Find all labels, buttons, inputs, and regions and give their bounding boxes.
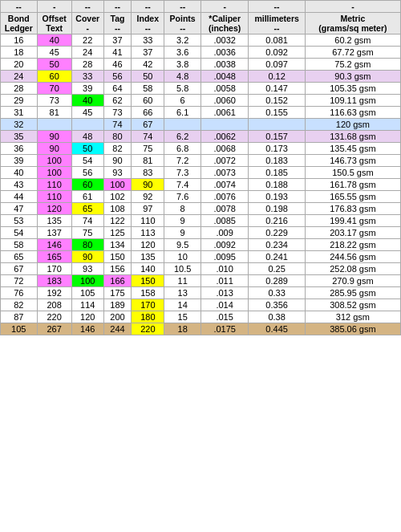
cell-points: 3.6 <box>164 47 200 59</box>
cell-metric: 120 gsm <box>305 119 400 131</box>
cell-mm: 0.081 <box>249 35 305 47</box>
col-subheader-points: Points-- <box>164 13 200 35</box>
cell-caliper <box>200 119 249 131</box>
cell-offset: 208 <box>37 299 71 311</box>
cell-metric: 385.06 gsm <box>305 323 400 335</box>
cell-mm: 0.152 <box>249 95 305 107</box>
cell-mm: 0.445 <box>249 323 305 335</box>
col-subheader-offset: OffsetText <box>37 13 71 35</box>
cell-index: 66 <box>132 107 164 119</box>
cell-caliper: .014 <box>200 299 249 311</box>
cell-mm: 0.173 <box>249 143 305 155</box>
cell-mm: 0.188 <box>249 179 305 191</box>
cell-metric: 67.72 gsm <box>305 47 400 59</box>
cell-points: 8 <box>164 203 200 215</box>
cell-cover: 65 <box>71 203 103 215</box>
cell-mm: 0.155 <box>249 107 305 119</box>
cell-offset: 183 <box>37 275 71 287</box>
cell-cover: 50 <box>71 143 103 155</box>
cell-points: 10 <box>164 251 200 263</box>
cell-mm: 0.193 <box>249 191 305 203</box>
cell-caliper: .0072 <box>200 155 249 167</box>
cell-offset: 120 <box>37 203 71 215</box>
cell-offset: 40 <box>37 35 71 47</box>
cell-bond: 40 <box>1 167 38 179</box>
cell-cover: 28 <box>71 59 103 71</box>
cell-mm: 0.234 <box>249 239 305 251</box>
cell-mm: 0.097 <box>249 59 305 71</box>
cell-offset: 81 <box>37 107 71 119</box>
cell-tag: 175 <box>103 287 132 299</box>
cell-cover: 114 <box>71 299 103 311</box>
col-subheader-bond: BondLedger <box>1 13 38 35</box>
cell-index: 97 <box>132 203 164 215</box>
cell-tag: 93 <box>103 167 132 179</box>
cell-tag: 244 <box>103 323 132 335</box>
cell-caliper: .0062 <box>200 131 249 143</box>
cell-cover: 24 <box>71 47 103 59</box>
cell-bond: 18 <box>1 47 38 59</box>
cell-tag: 166 <box>103 275 132 287</box>
cell-offset: 70 <box>37 83 71 95</box>
cell-index: 110 <box>132 215 164 227</box>
cell-points: 7.3 <box>164 167 200 179</box>
cell-bond: 53 <box>1 215 38 227</box>
cell-caliper: .0095 <box>200 251 249 263</box>
cell-caliper: .0175 <box>200 323 249 335</box>
cell-index: 140 <box>132 263 164 275</box>
cell-metric: 285.95 gsm <box>305 287 400 299</box>
cell-tag: 64 <box>103 83 132 95</box>
cell-tag: 134 <box>103 239 132 251</box>
cell-bond: 65 <box>1 251 38 263</box>
cell-metric: 312 gsm <box>305 311 400 323</box>
cell-metric: 308.52 gsm <box>305 299 400 311</box>
table-row: 20502846423.8.00380.09775.2 gsm <box>1 59 401 71</box>
cell-index: 58 <box>132 83 164 95</box>
col-header-metric: - <box>305 1 400 13</box>
cell-index: 92 <box>132 191 164 203</box>
cell-caliper: .0076 <box>200 191 249 203</box>
cell-mm: 0.183 <box>249 155 305 167</box>
cell-cover: 74 <box>71 215 103 227</box>
table-row: 327467120 gsm <box>1 119 401 131</box>
cell-points: 15 <box>164 311 200 323</box>
cell-bond: 87 <box>1 311 38 323</box>
cell-tag: 74 <box>103 119 132 131</box>
cell-mm: 0.185 <box>249 167 305 179</box>
cell-tag: 82 <box>103 143 132 155</box>
table-row: 10526714624422018.01750.445385.06 gsm <box>1 323 401 335</box>
cell-mm: 0.241 <box>249 251 305 263</box>
table-row: 401005693837.3.00730.185150.5 gsm <box>1 167 401 179</box>
cell-tag: 37 <box>103 35 132 47</box>
paper-weight-table: -- - -- -- -- -- - -- - BondLedger Offse… <box>0 0 401 335</box>
cell-metric: 150.5 gsm <box>305 167 400 179</box>
cell-metric: 90.3 gsm <box>305 71 400 83</box>
cell-points: 13 <box>164 287 200 299</box>
cell-cover: 105 <box>71 287 103 299</box>
cell-index: 120 <box>132 239 164 251</box>
cell-offset: 146 <box>37 239 71 251</box>
table-row: 53135741221109.00850.216199.41 gsm <box>1 215 401 227</box>
cell-cover: 61 <box>71 191 103 203</box>
cell-caliper: .010 <box>200 263 249 275</box>
cell-points: 3.8 <box>164 59 200 71</box>
cell-points: 6.1 <box>164 107 200 119</box>
cell-caliper: .009 <box>200 227 249 239</box>
cell-metric: 176.83 gsm <box>305 203 400 215</box>
cell-metric: 218.22 gsm <box>305 239 400 251</box>
col-header-mm: -- <box>249 1 305 13</box>
cell-tag: 156 <box>103 263 132 275</box>
cell-offset: 135 <box>37 215 71 227</box>
col-header-cover: -- <box>71 1 103 13</box>
cell-metric: 109.11 gsm <box>305 95 400 107</box>
cell-caliper: .011 <box>200 275 249 287</box>
cell-points: 6.8 <box>164 143 200 155</box>
cell-points: 10.5 <box>164 263 200 275</box>
table-row: 651659015013510.00950.241244.56 gsm <box>1 251 401 263</box>
table-row: 24603356504.8.00480.1290.3 gsm <box>1 71 401 83</box>
cell-metric: 161.78 gsm <box>305 179 400 191</box>
cell-index: 220 <box>132 323 164 335</box>
cell-index: 67 <box>132 119 164 131</box>
cell-bond: 24 <box>1 71 38 83</box>
table-row: 28703964585.8.00580.147105.35 gsm <box>1 83 401 95</box>
